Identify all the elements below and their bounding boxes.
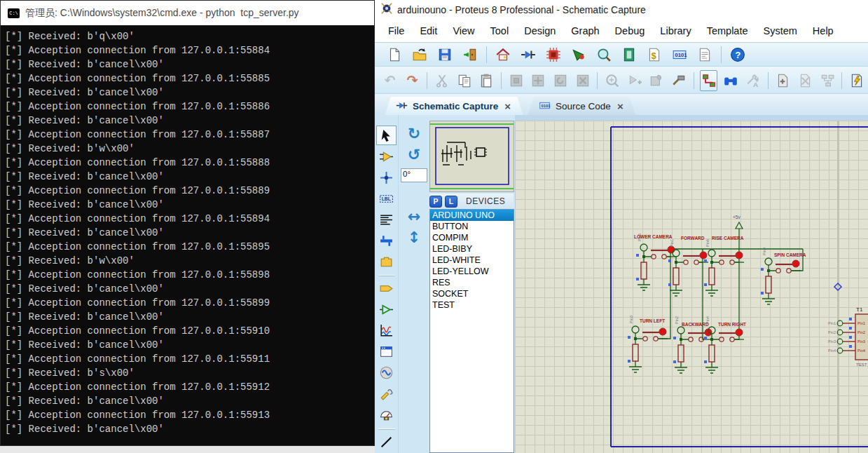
power-terminal-5v[interactable]: +5v	[733, 215, 743, 229]
device-item-socket[interactable]: SOCKET	[430, 288, 514, 299]
home-page-icon[interactable]	[492, 44, 514, 65]
open-project-icon[interactable]	[409, 44, 430, 65]
menu-debug[interactable]: Debug	[607, 22, 653, 39]
wire[interactable]	[659, 249, 670, 339]
selection-mode-icon[interactable]	[376, 126, 397, 145]
button-unit-backward[interactable]: Pin2BACKWARD	[673, 316, 713, 373]
component-mode-icon[interactable]	[376, 147, 397, 166]
button-unit-turn-left[interactable]: Pin3TURN LEFT	[628, 316, 668, 372]
menu-design[interactable]: Design	[516, 22, 563, 39]
svg-text:Pin6: Pin6	[705, 239, 710, 247]
bus-mode-icon[interactable]	[376, 231, 397, 250]
new-file-icon[interactable]	[384, 44, 405, 65]
zoom-view-icon[interactable]	[593, 44, 614, 65]
generator-mode-icon[interactable]	[376, 363, 397, 383]
rotation-angle-input[interactable]: 0°	[401, 168, 427, 182]
toolbar-separator	[378, 428, 395, 429]
cmd-window[interactable]: C:\ 管理员: C:\Windows\system32\cmd.exe - p…	[0, 0, 375, 446]
cmd-output-line: [*] Acception connection from 127.0.0.1:…	[5, 156, 374, 170]
save-project-icon[interactable]	[434, 44, 455, 65]
menu-view[interactable]: View	[445, 22, 482, 39]
paste-icon[interactable]	[477, 70, 495, 91]
undo-icon[interactable]: ↶	[381, 70, 399, 91]
2d-line-mode-icon[interactable]	[376, 433, 397, 452]
device-item-led-biby[interactable]: LED-BIBY	[430, 243, 514, 255]
menu-template[interactable]: Template	[699, 22, 756, 39]
tab-close-icon[interactable]: ×	[616, 100, 625, 112]
rotate-clockwise-button[interactable]: ↻	[404, 123, 425, 144]
device-item-test[interactable]: TEST	[430, 299, 514, 311]
device-pin-mode-icon[interactable]	[376, 300, 397, 320]
3d-visualizer-icon[interactable]	[568, 44, 589, 65]
cut-icon[interactable]	[433, 70, 451, 91]
cmd-output-line: [*] Received: b'cancel\x00'	[5, 422, 374, 436]
cmd-output-line: [*] Acception connection from 127.0.0.1:…	[5, 184, 374, 198]
cmd-output-line: [*] Received: b's\x00'	[5, 366, 374, 380]
button-unit-spin-camera[interactable]: Pin9SPIN CAMERA	[761, 248, 806, 304]
button-unit-turn-right[interactable]: Pin4TURN RIGHT	[704, 316, 746, 373]
menu-file[interactable]: File	[380, 22, 412, 39]
menu-edit[interactable]: Edit	[412, 22, 445, 39]
wire-label-mode-icon[interactable]: LBL	[376, 189, 397, 208]
electrical-rule-check-icon[interactable]	[848, 70, 866, 91]
schematic-capture-icon[interactable]	[518, 44, 539, 65]
pick-devices-button[interactable]: P	[429, 196, 442, 208]
menu-help[interactable]: Help	[805, 22, 841, 39]
active-popup-mode-icon[interactable]	[376, 342, 397, 362]
cmd-titlebar[interactable]: C:\ 管理员: C:\Windows\system32\cmd.exe - p…	[1, 1, 374, 25]
menu-system[interactable]: System	[756, 22, 805, 39]
menu-tool[interactable]: Tool	[483, 22, 517, 39]
new-sheet-icon[interactable]	[773, 70, 792, 91]
goto-sheet-icon[interactable]	[818, 70, 836, 91]
pcb-wizard-icon[interactable]	[648, 70, 666, 91]
text-script-mode-icon[interactable]	[376, 210, 397, 229]
import-project-icon[interactable]	[460, 44, 481, 65]
junction-dot-mode-icon[interactable]	[376, 168, 397, 187]
tab-close-icon[interactable]: ×	[503, 100, 512, 112]
toolbar-separator	[597, 72, 598, 89]
redo-icon[interactable]: ↷	[404, 70, 422, 91]
zoom-area-icon[interactable]	[603, 70, 621, 91]
build-icon[interactable]	[670, 70, 688, 91]
menu-graph[interactable]: Graph	[563, 22, 607, 39]
tab-source-code[interactable]: 0101Source Code×	[528, 97, 636, 116]
remove-sheet-icon[interactable]	[796, 70, 814, 91]
schematic-overview-map[interactable]	[429, 121, 514, 192]
svg-text:Pin3: Pin3	[828, 339, 836, 344]
block-move-icon[interactable]	[530, 70, 548, 91]
device-item-button[interactable]: BUTTON	[430, 221, 514, 232]
subcircuit-mode-icon[interactable]	[376, 252, 397, 271]
simulation-log-icon[interactable]	[694, 44, 715, 65]
device-item-arduino-uno[interactable]: ARDUINO UNO	[430, 210, 514, 221]
library-manager-button[interactable]: L	[445, 196, 457, 208]
mirror-horizontal-button[interactable]: ↔	[404, 206, 425, 227]
property-assignment-icon[interactable]: A	[744, 70, 762, 91]
device-item-compim[interactable]: COMPIM	[430, 232, 514, 243]
device-item-led-white[interactable]: LED-WHITE	[430, 255, 514, 266]
mirror-vertical-button[interactable]: ↕	[404, 227, 425, 248]
design-explorer-icon[interactable]	[619, 44, 640, 65]
bill-of-materials-icon[interactable]: $	[644, 44, 665, 65]
pcb-layout-icon[interactable]	[543, 44, 564, 65]
current-probe-mode-icon[interactable]	[376, 405, 397, 425]
source-code-icon[interactable]: 0101	[669, 44, 690, 65]
terminal-mode-icon[interactable]	[376, 279, 397, 299]
help-icon[interactable]: ?	[727, 44, 748, 65]
voltage-probe-mode-icon[interactable]	[376, 384, 397, 404]
schematic-canvas[interactable]: +5v Pin5LOWER CAMERAPin1FORWARDPin6RISE …	[515, 121, 868, 453]
device-item-led-yellow[interactable]: LED-YELLOW	[430, 266, 514, 277]
search-tag-icon[interactable]	[722, 70, 740, 91]
block-copy-icon[interactable]	[507, 70, 525, 91]
device-item-res[interactable]: RES	[430, 277, 514, 288]
button-unit-rise-camera[interactable]: Pin6RISE CAMERA	[704, 236, 744, 296]
instant-edit-icon[interactable]	[626, 70, 644, 91]
wire-autoroute-icon[interactable]	[700, 70, 718, 91]
block-delete-icon[interactable]	[574, 70, 592, 91]
menu-library[interactable]: Library	[652, 22, 698, 39]
block-rotate-icon[interactable]	[551, 70, 570, 91]
graph-mode-icon[interactable]	[376, 321, 397, 341]
copy-icon[interactable]	[455, 70, 474, 91]
tab-schematic-capture[interactable]: Schematic Capture×	[385, 97, 523, 116]
component-t1-test[interactable]: T1TESTPin1Pin1Pin2Pin2Pin3Pin3Pin4Pin4	[828, 306, 868, 367]
rotate-anticlockwise-button[interactable]: ↺	[404, 144, 425, 165]
